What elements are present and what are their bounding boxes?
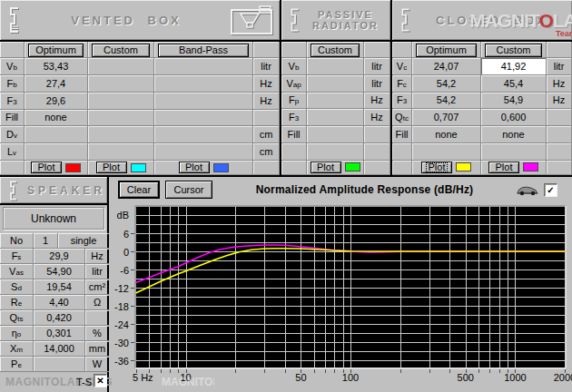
passive-radiator-title: PASSIVE RADIATOR — [307, 9, 384, 31]
param-value — [88, 93, 154, 110]
cursor-button[interactable]: Cursor — [165, 181, 212, 199]
closed-optimum-button[interactable]: Optimum — [416, 44, 477, 57]
param-label-f3: F3 — [281, 109, 307, 126]
amplitude-response-chart: 5 Hz10501005001000200060-6-12-18-24-30-3… — [109, 204, 572, 392]
chart-title: Normalized Amplitude Response (dB/Hz) — [213, 183, 516, 196]
param-value — [307, 75, 364, 93]
svg-text:dB: dB — [117, 210, 129, 220]
empty-cell — [547, 161, 572, 175]
plot-button[interactable]: Plot — [311, 162, 341, 173]
param-label-fill: Fill — [281, 126, 307, 143]
plot-color-swatch — [345, 162, 360, 172]
plot-button-focused[interactable]: Plot — [421, 162, 452, 173]
param-label-re: Re — [0, 295, 34, 310]
unit-label — [253, 110, 280, 127]
plot-button[interactable]: Plot — [488, 162, 519, 173]
car-icon[interactable] — [516, 184, 539, 196]
plot-button[interactable]: Plot — [31, 162, 62, 173]
svg-text:-36: -36 — [114, 356, 129, 367]
param-value: 45,4 — [481, 75, 547, 93]
vented-box-panel: VENTED BOX Optimum Custom Band-Pass Vb 5… — [0, 0, 280, 175]
clear-button[interactable]: Clear — [118, 181, 160, 199]
param-value — [88, 58, 154, 75]
svg-text:-12: -12 — [114, 283, 129, 294]
chart-panel: Clear Cursor Normalized Amplitude Respon… — [109, 177, 572, 392]
param-value — [154, 110, 253, 127]
empty-cell — [392, 42, 412, 58]
vc-custom-input[interactable]: 41,92 — [481, 58, 547, 75]
speaker-number[interactable]: 1 — [34, 233, 58, 249]
empty-cell — [253, 42, 280, 58]
param-value — [154, 126, 253, 143]
plot-button[interactable]: Plot — [96, 162, 127, 173]
table-row: Fs 29,9 Hz — [0, 249, 107, 264]
unit-label: Hz — [547, 75, 572, 93]
ts-checkbox[interactable]: ✕ — [94, 374, 107, 387]
param-value: 29,6 — [25, 93, 88, 110]
unit-label — [364, 126, 390, 143]
param-label-fp: Fp — [281, 93, 307, 110]
unit-label: litr — [253, 58, 280, 75]
vented-box-title: VENTED BOX — [27, 14, 225, 27]
vented-bandpass-button[interactable]: Band-Pass — [158, 44, 249, 57]
param-value: 24,07 — [412, 58, 481, 75]
speaker-config[interactable]: single — [58, 233, 110, 249]
chart-checkbox[interactable]: ✓ — [544, 183, 557, 197]
table-row: Qts 0,420 — [0, 310, 107, 326]
empty-cell — [547, 42, 572, 58]
unit-label: mm — [85, 341, 110, 357]
vented-custom-button[interactable]: Custom — [92, 44, 150, 57]
svg-text:-6: -6 — [120, 265, 129, 276]
table-row: Sd 19,54 cm² — [0, 279, 107, 295]
empty-cell — [0, 161, 25, 175]
application-window: VENTED BOX Optimum Custom Band-Pass Vb 5… — [0, 0, 572, 392]
plot-color-swatch — [456, 162, 471, 172]
param-label-lv: Lv — [0, 143, 25, 161]
empty-cell — [481, 143, 547, 161]
param-value: 14,000 — [34, 341, 85, 357]
param-value: 0,420 — [34, 310, 85, 326]
param-label-qts: Qts — [0, 310, 34, 326]
vented-box-diagram-icon — [230, 5, 273, 35]
svg-text:1000: 1000 — [504, 372, 526, 383]
param-value — [88, 126, 154, 143]
param-label-f3: F3 — [0, 93, 25, 110]
speaker-name[interactable]: Unknown — [3, 207, 104, 230]
empty-cell — [253, 161, 280, 175]
closed-box-title: CLOSED BOX — [418, 14, 566, 27]
param-value — [307, 126, 364, 143]
param-label-vb: Vb — [281, 58, 307, 75]
param-label-xm: Xm — [0, 341, 34, 357]
unit-label: W — [85, 357, 110, 372]
unit-label: Hz — [85, 249, 110, 264]
vented-optimum-button[interactable]: Optimum — [28, 44, 84, 57]
unit-label: Hz — [364, 109, 390, 126]
plot-button[interactable]: Plot — [179, 162, 210, 173]
param-value — [154, 58, 253, 75]
param-value — [34, 357, 85, 372]
param-value: 29,9 — [34, 249, 85, 264]
speaker-parameters-table: No 1 single Fs 29,9 Hz Vas 54,90 litr Sd… — [0, 233, 107, 372]
param-value: none — [412, 126, 481, 143]
empty-cell — [392, 143, 412, 161]
speaker-icon — [7, 181, 20, 201]
param-value: 53,43 — [25, 58, 88, 75]
table-row: Xm 14,000 mm — [0, 341, 107, 357]
empty-cell — [364, 42, 390, 58]
unit-label: Hz — [253, 75, 280, 93]
unit-label: cm² — [85, 279, 110, 295]
plot-color-swatch — [523, 162, 538, 172]
closed-custom-button[interactable]: Custom — [485, 44, 542, 57]
svg-text:500: 500 — [458, 372, 474, 383]
svg-text:-30: -30 — [114, 338, 129, 348]
svg-text:2000: 2000 — [554, 372, 572, 383]
svg-text:50: 50 — [295, 372, 306, 383]
passive-custom-button[interactable]: Custom — [311, 44, 360, 57]
param-value: none — [25, 110, 88, 127]
unit-label: litr — [547, 58, 572, 75]
param-value — [154, 93, 253, 110]
param-label-dv: Dv — [0, 126, 25, 143]
param-value — [154, 143, 253, 161]
speaker-icon — [399, 7, 413, 33]
param-label-vap: Vap — [281, 75, 307, 93]
